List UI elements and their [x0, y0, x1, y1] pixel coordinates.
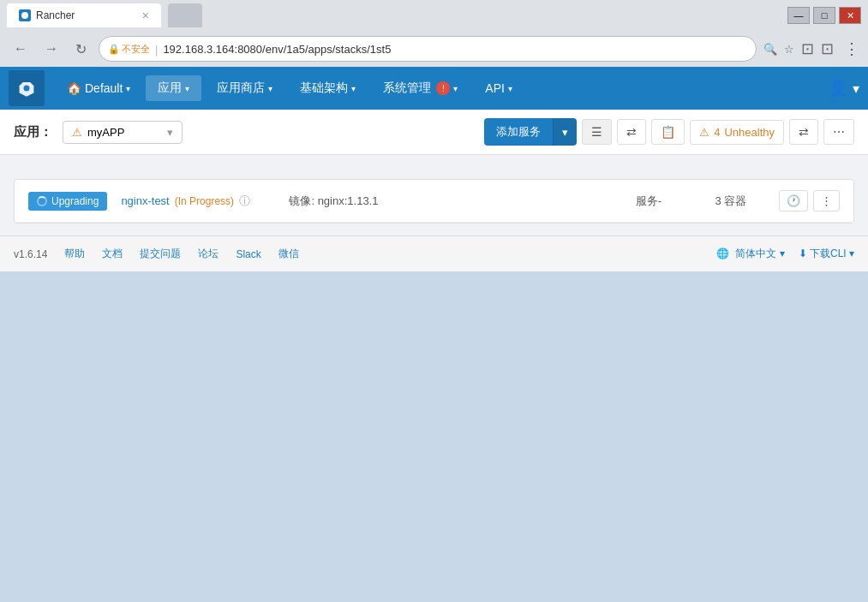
- env-label: Default: [85, 81, 123, 95]
- address-bar: ← → ↻ 🔒 不安全 | 192.168.3.164:8080/env/1a5…: [0, 31, 868, 67]
- service-more-button[interactable]: ⋮: [813, 190, 840, 212]
- close-button[interactable]: ✕: [839, 7, 861, 24]
- nav-more-icon[interactable]: ▾: [853, 80, 859, 97]
- unhealthy-status-badge: ⚠ 4 Unhealthy: [690, 120, 784, 145]
- doc-button[interactable]: 📋: [651, 119, 685, 145]
- search-icon[interactable]: 🔍: [763, 43, 777, 56]
- service-name-link[interactable]: nginx-test: [121, 194, 169, 207]
- env-caret: ▾: [126, 84, 130, 93]
- insecure-indicator: 🔒 不安全: [108, 43, 150, 56]
- nav-catalog[interactable]: 应用商店 ▾: [205, 75, 284, 101]
- nav-admin[interactable]: 系统管理 ! ▾: [371, 75, 470, 101]
- warning-triangle-icon: ⚠: [699, 126, 709, 139]
- app-footer: v1.6.14 帮助 文档 提交问题 论坛 Slack 微信 🌐 简体中文 ▾ …: [0, 235, 868, 271]
- window-controls: — □ ✕: [787, 7, 861, 24]
- top-navigation: 🏠 Default ▾ 应用 ▾ 应用商店 ▾ 基础架构 ▾ 系统管理 ! ▾ …: [0, 67, 868, 110]
- app-caret-icon: ▾: [167, 126, 173, 139]
- share2-button[interactable]: ⇄: [789, 119, 818, 145]
- more-icon: ⋮: [821, 194, 832, 207]
- env-selector[interactable]: 🏠 Default ▾: [55, 76, 142, 100]
- lang-caret: ▾: [780, 247, 785, 259]
- docs-link[interactable]: 文档: [102, 247, 123, 261]
- service-type-cell: 服务-: [614, 194, 683, 209]
- doc-icon: 📋: [661, 125, 675, 139]
- list-view-button[interactable]: ☰: [582, 119, 612, 145]
- help-link[interactable]: 帮助: [64, 247, 85, 261]
- add-service-dropdown[interactable]: ▾: [553, 118, 577, 146]
- svg-point-1: [24, 86, 30, 92]
- cli-caret: ▾: [849, 247, 854, 259]
- forward-button[interactable]: →: [39, 39, 63, 58]
- language-selector[interactable]: 🌐 简体中文 ▾: [716, 247, 785, 261]
- action-buttons: 添加服务 ▾ ☰ ⇄ 📋 ⚠ 4 Unhealthy ⇄ ⋯: [484, 118, 854, 146]
- globe-icon: 🌐: [716, 247, 729, 259]
- footer-right-controls: 🌐 简体中文 ▾ ⬇ 下载CLI ▾: [716, 247, 854, 261]
- page-title: 应用：: [14, 124, 52, 140]
- wechat-link[interactable]: 微信: [278, 247, 299, 261]
- active-tab[interactable]: Rancher ×: [7, 3, 161, 27]
- more-options-button[interactable]: ⋯: [823, 119, 854, 145]
- app-selector-dropdown[interactable]: ⚠ myAPP ▾: [63, 121, 183, 144]
- share-icon: ⇄: [626, 125, 637, 139]
- extension-icon2[interactable]: ⊡: [821, 39, 834, 58]
- user-icon[interactable]: 👤: [829, 79, 847, 98]
- add-service-button[interactable]: 添加服务: [484, 118, 553, 146]
- service-name-cell: nginx-test (In Progress) ⓘ: [121, 194, 275, 209]
- browser-menu-button[interactable]: ⋮: [844, 39, 859, 58]
- minimize-button[interactable]: —: [787, 7, 810, 24]
- loading-spinner: [37, 196, 47, 206]
- browser-action-icons: 🔍 ☆ ⊡ ⊡: [763, 39, 834, 58]
- maximize-button[interactable]: □: [813, 7, 835, 24]
- status-badge: Upgrading: [28, 192, 107, 211]
- history-icon: 🕐: [787, 194, 800, 207]
- more-icon: ⋯: [833, 125, 845, 139]
- nav-infra[interactable]: 基础架构 ▾: [288, 75, 368, 101]
- tab-title: Rancher: [36, 9, 75, 21]
- service-table: Upgrading nginx-test (In Progress) ⓘ 镜像:…: [14, 179, 854, 224]
- download-icon: ⬇: [799, 247, 810, 259]
- add-service-button-group: 添加服务 ▾: [484, 118, 577, 146]
- app-name: myAPP: [87, 126, 124, 139]
- service-action-buttons: 🕐 ⋮: [779, 190, 840, 212]
- tab-favicon: [19, 9, 31, 21]
- nav-api[interactable]: API ▾: [473, 76, 524, 100]
- unhealthy-label: 4: [714, 126, 720, 139]
- nav-apps[interactable]: 应用 ▾: [146, 75, 201, 101]
- service-containers-cell: 3 容器: [697, 194, 765, 209]
- back-button[interactable]: ←: [9, 39, 33, 58]
- app-header-bar: 应用： ⚠ myAPP ▾ 添加服务 ▾ ☰ ⇄ 📋 ⚠ 4 Unhealthy…: [0, 110, 868, 155]
- list-icon: ☰: [591, 125, 602, 139]
- share-button[interactable]: ⇄: [617, 119, 646, 145]
- bookmark-icon[interactable]: ☆: [784, 43, 794, 56]
- version-label: v1.6.14: [14, 248, 47, 260]
- issue-link[interactable]: 提交问题: [140, 247, 181, 261]
- app-logo: [9, 70, 45, 106]
- service-image-cell: 镜像: nginx:1.13.1: [289, 194, 601, 209]
- service-history-button[interactable]: 🕐: [779, 190, 808, 212]
- home-icon: 🏠: [67, 81, 81, 95]
- address-input[interactable]: 🔒 不安全 | 192.168.3.164:8080/env/1a5/apps/…: [99, 36, 757, 62]
- share2-icon: ⇄: [799, 125, 809, 139]
- app-warn-icon: ⚠: [72, 126, 82, 139]
- svg-point-0: [21, 12, 28, 19]
- extension-icon1[interactable]: ⊡: [801, 39, 814, 58]
- inactive-tab[interactable]: [168, 3, 202, 27]
- admin-warning-badge: !: [436, 81, 450, 95]
- nav-right-controls: 👤 ▾: [829, 79, 859, 98]
- refresh-button[interactable]: ↻: [70, 39, 92, 59]
- download-cli-link[interactable]: ⬇ 下载CLI ▾: [799, 247, 854, 261]
- tab-close-button[interactable]: ×: [142, 9, 149, 22]
- service-info-icon[interactable]: ⓘ: [239, 194, 250, 209]
- forum-link[interactable]: 论坛: [198, 247, 218, 261]
- lock-icon: 🔒: [108, 44, 120, 55]
- table-row: Upgrading nginx-test (In Progress) ⓘ 镜像:…: [15, 180, 853, 223]
- slack-link[interactable]: Slack: [236, 248, 260, 260]
- service-progress-text: (In Progress): [175, 195, 234, 207]
- url-text[interactable]: 192.168.3.164:8080/env/1a5/apps/stacks/1…: [163, 43, 747, 56]
